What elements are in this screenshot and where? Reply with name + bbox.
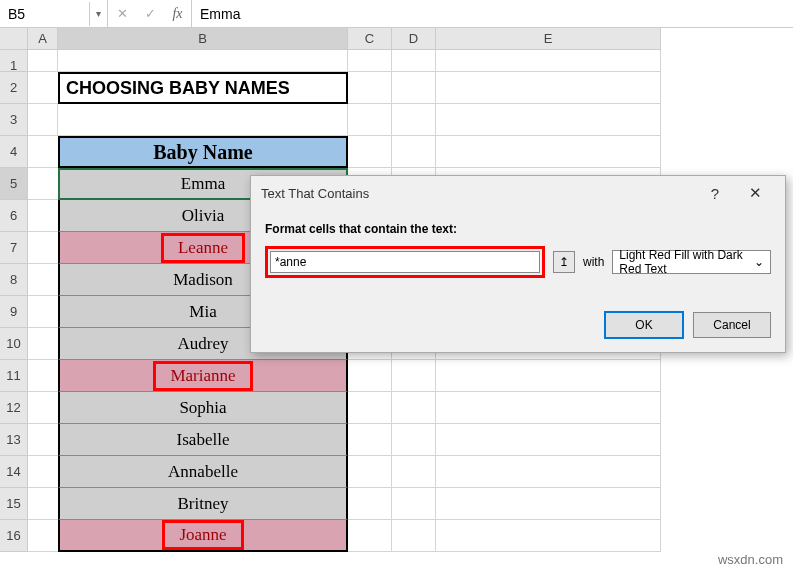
row-header-6[interactable]: 6: [0, 200, 28, 232]
name-cell-sophia[interactable]: Sophia: [58, 392, 348, 424]
name-cell-annabelle[interactable]: Annabelle: [58, 456, 348, 488]
cell-a13[interactable]: [28, 424, 58, 456]
row-header-9[interactable]: 9: [0, 296, 28, 328]
cell-a16[interactable]: [28, 520, 58, 552]
cell-c11[interactable]: [348, 360, 392, 392]
cell-e12[interactable]: [436, 392, 661, 424]
row-header-3[interactable]: 3: [0, 104, 28, 136]
row-header-1[interactable]: 1: [0, 50, 28, 72]
row-header-2[interactable]: 2: [0, 72, 28, 104]
cell-c2[interactable]: [348, 72, 392, 104]
cell-a2[interactable]: [28, 72, 58, 104]
name-box-dropdown-icon[interactable]: ▾: [90, 0, 108, 27]
cell-e13[interactable]: [436, 424, 661, 456]
contains-text-input[interactable]: [270, 251, 540, 273]
highlight-marianne: Marianne: [153, 361, 252, 391]
dialog-title: Text That Contains: [261, 186, 695, 201]
cell-d15[interactable]: [392, 488, 436, 520]
cell-b3[interactable]: [58, 104, 348, 136]
with-label: with: [583, 255, 604, 269]
cancel-button[interactable]: Cancel: [693, 312, 771, 338]
cell-c3[interactable]: [348, 104, 392, 136]
select-all-corner[interactable]: [0, 28, 28, 50]
format-dropdown-value: Light Red Fill with Dark Red Text: [619, 248, 754, 276]
cell-a3[interactable]: [28, 104, 58, 136]
watermark: wsxdn.com: [718, 552, 783, 567]
row-headers: 1 2 3 4 5 6 7 8 9 10 11 12 13 14 15 16: [0, 50, 28, 552]
cell-d11[interactable]: [392, 360, 436, 392]
formula-bar: ▾ ✕ ✓ fx: [0, 0, 793, 28]
row-header-14[interactable]: 14: [0, 456, 28, 488]
row-header-7[interactable]: 7: [0, 232, 28, 264]
name-box[interactable]: [0, 2, 90, 26]
format-dropdown[interactable]: Light Red Fill with Dark Red Text ⌄: [612, 250, 771, 274]
dialog-close-button[interactable]: ✕: [735, 184, 775, 202]
row-header-11[interactable]: 11: [0, 360, 28, 392]
cell-e16[interactable]: [436, 520, 661, 552]
cell-d12[interactable]: [392, 392, 436, 424]
col-header-c[interactable]: C: [348, 28, 392, 50]
col-header-d[interactable]: D: [392, 28, 436, 50]
cell-a10[interactable]: [28, 328, 58, 360]
cell-d3[interactable]: [392, 104, 436, 136]
cell-c14[interactable]: [348, 456, 392, 488]
row-header-5[interactable]: 5: [0, 168, 28, 200]
cell-e14[interactable]: [436, 456, 661, 488]
column-headers: A B C D E: [0, 28, 793, 50]
formula-input[interactable]: [192, 2, 793, 26]
cell-a5[interactable]: [28, 168, 58, 200]
row-header-15[interactable]: 15: [0, 488, 28, 520]
title-cell[interactable]: CHOOSING BABY NAMES: [58, 72, 348, 104]
dialog-titlebar[interactable]: Text That Contains ? ✕: [251, 176, 785, 210]
col-header-e[interactable]: E: [436, 28, 661, 50]
cell-c1[interactable]: [348, 50, 392, 72]
cell-a6[interactable]: [28, 200, 58, 232]
cell-d16[interactable]: [392, 520, 436, 552]
dialog-help-button[interactable]: ?: [695, 185, 735, 202]
name-cell-isabelle[interactable]: Isabelle: [58, 424, 348, 456]
cell-a12[interactable]: [28, 392, 58, 424]
cell-b1[interactable]: [58, 50, 348, 72]
row-header-16[interactable]: 16: [0, 520, 28, 552]
formula-cancel-icon: ✕: [108, 0, 136, 27]
cell-a15[interactable]: [28, 488, 58, 520]
cell-d13[interactable]: [392, 424, 436, 456]
row-header-8[interactable]: 8: [0, 264, 28, 296]
cell-a7[interactable]: [28, 232, 58, 264]
cell-a14[interactable]: [28, 456, 58, 488]
cell-a8[interactable]: [28, 264, 58, 296]
cell-a11[interactable]: [28, 360, 58, 392]
cell-d1[interactable]: [392, 50, 436, 72]
cell-c15[interactable]: [348, 488, 392, 520]
name-cell-marianne[interactable]: Marianne: [58, 360, 348, 392]
cell-a9[interactable]: [28, 296, 58, 328]
range-selector-icon[interactable]: ↥: [553, 251, 575, 273]
cell-e11[interactable]: [436, 360, 661, 392]
row-header-13[interactable]: 13: [0, 424, 28, 456]
col-header-b[interactable]: B: [58, 28, 348, 50]
cell-c12[interactable]: [348, 392, 392, 424]
cell-c16[interactable]: [348, 520, 392, 552]
cell-a4[interactable]: [28, 136, 58, 168]
col-header-a[interactable]: A: [28, 28, 58, 50]
table-header[interactable]: Baby Name: [58, 136, 348, 168]
cell-e3[interactable]: [436, 104, 661, 136]
cell-a1[interactable]: [28, 50, 58, 72]
insert-function-icon[interactable]: fx: [164, 0, 192, 27]
cell-e15[interactable]: [436, 488, 661, 520]
row-header-4[interactable]: 4: [0, 136, 28, 168]
cell-c4[interactable]: [348, 136, 392, 168]
cell-d2[interactable]: [392, 72, 436, 104]
cell-e1[interactable]: [436, 50, 661, 72]
row-header-10[interactable]: 10: [0, 328, 28, 360]
name-cell-joanne[interactable]: Joanne: [58, 520, 348, 552]
cell-c13[interactable]: [348, 424, 392, 456]
cell-e2[interactable]: [436, 72, 661, 104]
row-header-12[interactable]: 12: [0, 392, 28, 424]
highlight-joanne: Joanne: [162, 520, 243, 550]
cell-d4[interactable]: [392, 136, 436, 168]
cell-d14[interactable]: [392, 456, 436, 488]
name-cell-britney[interactable]: Britney: [58, 488, 348, 520]
cell-e4[interactable]: [436, 136, 661, 168]
ok-button[interactable]: OK: [605, 312, 683, 338]
